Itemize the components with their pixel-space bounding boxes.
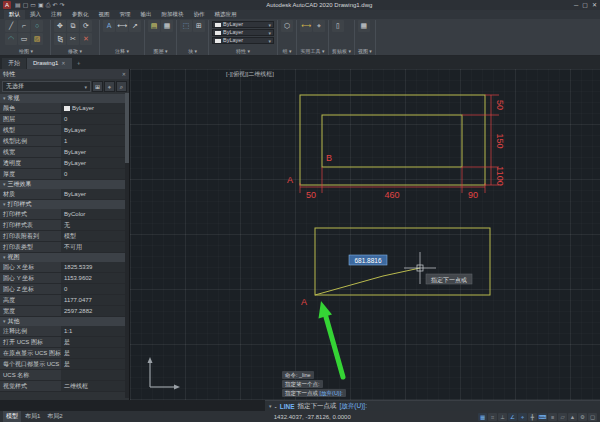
property-value[interactable]: 1153.9602 — [61, 273, 129, 283]
dynamic-input-icon[interactable]: ⌨ — [538, 413, 547, 421]
print-icon[interactable]: ⎙ — [46, 0, 51, 10]
workspace-icon[interactable]: ⚙ — [578, 413, 587, 421]
property-value[interactable]: 0 — [61, 114, 129, 124]
property-value[interactable]: ByColor — [61, 209, 129, 219]
property-value[interactable]: 0 — [61, 284, 129, 294]
command-option[interactable]: [放弃(U)]: — [340, 402, 367, 411]
polar-tracking-icon[interactable]: ∠ — [508, 413, 517, 421]
section-header-4[interactable]: ▾其他 — [0, 317, 129, 326]
ribbon-tab-5[interactable]: 管理 — [115, 10, 136, 19]
property-value[interactable]: 2597.2882 — [61, 306, 129, 316]
toggle-pickadd-icon[interactable]: ⊞ — [92, 81, 103, 92]
dynamic-input-value[interactable]: 681.8816 — [349, 255, 387, 265]
section-header-0[interactable]: ▾常规 — [0, 94, 129, 103]
close-panel-icon[interactable]: ✕ — [122, 71, 126, 77]
outer-rectangle[interactable] — [300, 95, 485, 185]
grid-icon[interactable]: ▦ — [478, 413, 487, 421]
save-icon[interactable]: ▣ — [38, 0, 44, 10]
ribbon-tab-6[interactable]: 输出 — [136, 10, 157, 19]
ortho-icon[interactable]: ⟂ — [498, 413, 507, 421]
move-icon[interactable]: ✥ — [54, 20, 66, 32]
property-value[interactable]: ByLayer — [61, 158, 129, 168]
close-tab-icon[interactable]: ✕ — [61, 58, 65, 69]
ribbon-tab-3[interactable]: 参数化 — [67, 10, 94, 19]
section-header-2[interactable]: ▾打印样式 — [0, 200, 129, 209]
group-icon[interactable]: ⬡ — [281, 20, 293, 32]
command-input[interactable]: ▾ - LINE 指定下一点或 [放弃(U)]: — [265, 400, 600, 411]
measure-icon[interactable]: ⟷ — [300, 20, 312, 32]
layer-properties-icon[interactable]: ▤ — [148, 20, 160, 32]
ribbon-tab-8[interactable]: 协作 — [189, 10, 210, 19]
text-icon[interactable]: A — [103, 20, 115, 32]
create-block-icon[interactable]: ⊞ — [193, 20, 205, 32]
maximize-icon[interactable]: ▢ — [582, 0, 588, 10]
trim-icon[interactable]: ✂ — [67, 33, 79, 45]
dimension-icon[interactable]: ⟷ — [116, 20, 128, 32]
property-value[interactable]: 1825.5339 — [61, 262, 129, 272]
layout-tab-2[interactable]: 布局2 — [44, 411, 65, 422]
property-value[interactable]: ByLayer — [61, 147, 129, 157]
bylayer-dropdown-2[interactable]: ByLayer▾ — [212, 37, 274, 44]
close-icon[interactable]: ✕ — [592, 0, 597, 10]
selection-dropdown[interactable]: 无选择 ▾ — [2, 81, 91, 92]
ribbon-tab-0[interactable]: 默认 — [4, 10, 25, 19]
osnap-icon[interactable]: ⌖ — [518, 413, 527, 421]
rectangle-icon[interactable]: ▭ — [18, 33, 30, 45]
view-icon[interactable]: ▦ — [358, 20, 370, 32]
id-point-icon[interactable]: ⌖ — [313, 20, 325, 32]
rectangle[interactable] — [315, 228, 490, 295]
prompt-option[interactable]: [放弃(U)]: — [320, 390, 343, 396]
properties-panel-header[interactable]: 特性 ✕ — [0, 69, 129, 79]
property-value[interactable]: 0 — [61, 169, 129, 179]
polyline-icon[interactable]: ⌐ — [18, 20, 30, 32]
property-value[interactable]: ByLayer — [61, 125, 129, 135]
property-value[interactable]: 1:1 — [61, 326, 129, 336]
inner-rectangle[interactable] — [322, 115, 462, 167]
new-file-icon[interactable]: ▢ — [23, 0, 29, 10]
property-value[interactable]: 无 — [61, 220, 129, 230]
property-value[interactable]: 不可用 — [61, 242, 129, 252]
layout-tab-1[interactable]: 布局1 — [22, 411, 43, 422]
undo-icon[interactable]: ↶ — [53, 0, 58, 10]
bylayer-dropdown-0[interactable]: ByLayer▾ — [212, 21, 274, 28]
autocad-logo-icon[interactable]: A — [3, 1, 11, 9]
property-value[interactable]: 是 — [61, 348, 129, 358]
circle-icon[interactable]: ○ — [31, 20, 43, 32]
rotate-icon[interactable]: ⟳ — [80, 20, 92, 32]
property-value[interactable]: 模型 — [61, 231, 129, 241]
drawing-canvas[interactable]: [-][俯视][二维线框] 50 460 90 — [130, 69, 600, 400]
scrollbar[interactable] — [125, 93, 129, 398]
recent-commands-icon[interactable]: ▾ — [269, 403, 272, 409]
layer-list-icon[interactable]: ▦ — [161, 20, 173, 32]
lineweight-icon[interactable]: ≡ — [548, 413, 557, 421]
mirror-icon[interactable]: ⧎ — [54, 33, 66, 45]
tab-drawing1[interactable]: Drawing1 ✕ — [27, 58, 72, 69]
scrollbar-thumb[interactable] — [125, 93, 129, 163]
ribbon-tab-4[interactable]: 视图 — [94, 10, 115, 19]
property-value[interactable] — [61, 370, 129, 380]
layout-tab-0[interactable]: 模型 — [3, 411, 21, 422]
new-drawing-button[interactable]: ＋ — [73, 58, 85, 69]
property-value[interactable]: 是 — [61, 337, 129, 347]
redo-icon[interactable]: ↷ — [60, 0, 65, 10]
property-value[interactable]: 1177.0477 — [61, 295, 129, 305]
line-in-progress[interactable] — [315, 268, 420, 295]
object-snap-tracking-icon[interactable]: ╋ — [528, 413, 537, 421]
property-value[interactable]: 是 — [61, 359, 129, 369]
minimize-icon[interactable]: ─ — [574, 0, 578, 10]
copy-icon[interactable]: ⧉ — [67, 20, 79, 32]
clean-screen-icon[interactable]: ▢ — [588, 413, 597, 421]
open-file-icon[interactable]: ▭ — [30, 0, 36, 10]
property-value[interactable]: 二维线框 — [61, 381, 129, 391]
snap-icon[interactable]: ⌗ — [488, 413, 497, 421]
property-value[interactable]: ByLayer — [61, 189, 129, 199]
annotation-scale-icon[interactable]: ▲ — [568, 413, 577, 421]
leader-icon[interactable]: ↗ — [129, 20, 141, 32]
erase-icon[interactable]: ✕ — [80, 33, 92, 45]
transparency-icon[interactable]: ▱ — [558, 413, 567, 421]
property-value[interactable]: ByLayer — [61, 103, 129, 113]
property-value[interactable]: 1 — [61, 136, 129, 146]
ribbon-tab-1[interactable]: 插入 — [25, 10, 46, 19]
section-header-1[interactable]: ▾三维效果 — [0, 180, 129, 189]
section-header-3[interactable]: ▾视图 — [0, 253, 129, 262]
